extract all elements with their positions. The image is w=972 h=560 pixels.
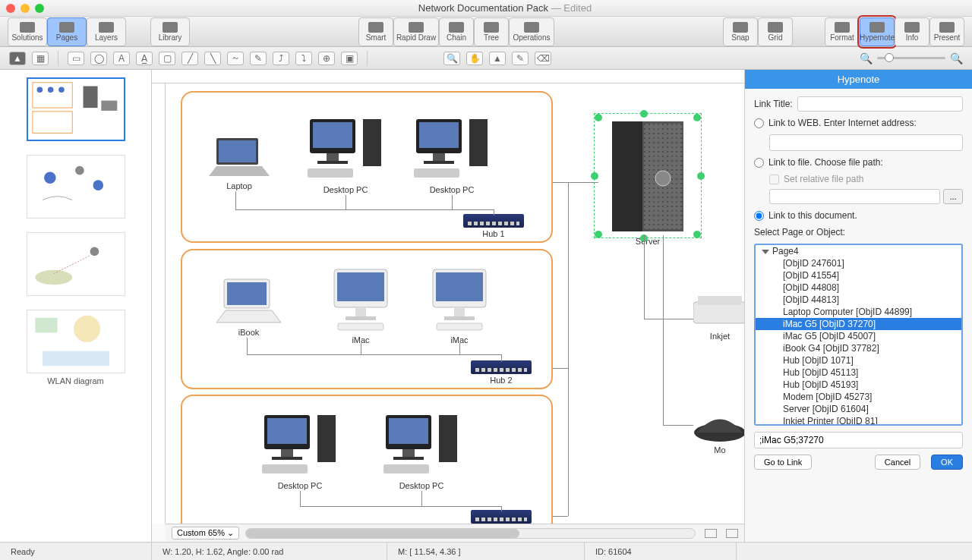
tree-node[interactable]: Inkjet Printer [ObjID 81] <box>756 415 961 426</box>
connector-tool[interactable]: ⤴ <box>273 52 289 65</box>
device-laptop[interactable]: Laptop <box>205 134 273 190</box>
cancel-button[interactable]: Cancel <box>875 455 920 470</box>
selection-handle[interactable] <box>591 172 598 180</box>
pen-tool[interactable]: ✎ <box>250 52 267 65</box>
object-tree[interactable]: Page4 [ObjID 247601][ObjID 41554][ObjID … <box>754 244 963 426</box>
marquee-tool[interactable]: ▦ <box>32 52 49 65</box>
link-web-radio[interactable] <box>754 118 764 128</box>
zoom-select[interactable]: Custom 65% ⌄ <box>172 527 239 540</box>
object-path-input[interactable] <box>754 432 963 448</box>
link-file-row[interactable]: Link to file. Choose file path: <box>754 157 963 168</box>
go-to-link-button[interactable]: Go to Link <box>754 455 812 470</box>
thumbnail-2[interactable] <box>27 155 125 219</box>
device-hub-3[interactable]: Hub 3 <box>471 510 532 524</box>
cluster-3[interactable]: Desktop PC Desktop PC Hub 3 <box>181 395 553 524</box>
thumbnail-1[interactable] <box>27 77 125 141</box>
eraser-tool[interactable]: ⌫ <box>535 52 551 65</box>
device-hub-2[interactable]: Hub 2 <box>471 360 532 385</box>
tree-node[interactable]: [ObjID 247601] <box>756 257 961 269</box>
crop-tool[interactable]: ▣ <box>341 52 358 65</box>
device-desktop-4[interactable]: Desktop PC <box>380 411 463 490</box>
selection-handle[interactable] <box>595 231 602 238</box>
pages-button[interactable]: Pages <box>47 17 87 46</box>
file-path-input[interactable] <box>769 189 940 204</box>
device-modem[interactable]: Mo <box>693 402 744 455</box>
layers-button[interactable]: Layers <box>87 17 126 46</box>
tree-node[interactable]: Hub [ObjID 45113] <box>756 367 961 379</box>
solutions-button[interactable]: Solutions <box>8 17 47 46</box>
zoom-in-icon[interactable]: 🔍 <box>950 52 963 64</box>
selection-handle[interactable] <box>640 110 648 118</box>
select-tool[interactable]: ▲ <box>9 52 26 65</box>
text-tool[interactable]: A <box>113 52 130 65</box>
rect-tool[interactable]: ▭ <box>68 52 84 65</box>
stamp-tool[interactable]: ▲ <box>489 52 506 65</box>
link-file-radio[interactable] <box>754 158 764 168</box>
browse-button[interactable]: ... <box>943 189 963 204</box>
curve-tool[interactable]: ～ <box>227 52 244 65</box>
grid-button[interactable]: Grid <box>758 17 793 46</box>
selection-handle[interactable] <box>693 114 701 121</box>
tree-node[interactable]: iMac G5 [ObjID 37270] <box>756 318 961 330</box>
zoom-thumb[interactable] <box>885 53 894 62</box>
h-scroll-track[interactable] <box>245 528 696 539</box>
web-address-input[interactable] <box>769 134 963 151</box>
ok-button[interactable]: OK <box>931 455 963 470</box>
tree-node[interactable]: Hub [ObjID 1071] <box>756 354 961 367</box>
text-block-tool[interactable]: A̲ <box>136 52 153 65</box>
info-button[interactable]: Info <box>895 17 929 46</box>
cluster-2[interactable]: iBook iMac iMac Hub 2 <box>181 249 553 389</box>
minimize-icon[interactable] <box>21 4 30 13</box>
tree-button[interactable]: Tree <box>474 17 509 46</box>
selection-handle[interactable] <box>697 172 705 180</box>
h-scroll-thumb[interactable] <box>246 529 519 538</box>
hypernote-button[interactable]: Hypernote <box>860 17 895 46</box>
device-desktop-2[interactable]: Desktop PC <box>410 115 494 194</box>
chain-button[interactable]: Chain <box>439 17 474 46</box>
zoom-track[interactable] <box>877 57 945 59</box>
link-doc-radio[interactable] <box>754 211 764 221</box>
zoom-out-icon[interactable]: 🔍 <box>860 52 873 64</box>
eyedropper-tool[interactable]: ✎ <box>512 52 529 65</box>
tree-node[interactable]: [ObjID 41554] <box>756 269 961 282</box>
link-web-row[interactable]: Link to WEB. Enter Internet address: <box>754 118 963 128</box>
zoom-icon[interactable] <box>35 4 44 13</box>
present-button[interactable]: Present <box>929 17 964 46</box>
callout-tool[interactable]: ▢ <box>159 52 175 65</box>
device-desktop-3[interactable]: Desktop PC <box>258 411 342 490</box>
zoom-tool[interactable]: 🔍 <box>443 52 460 65</box>
link-doc-row[interactable]: Link to this document. <box>754 210 963 221</box>
ellipse-tool[interactable]: ◯ <box>90 52 107 65</box>
device-desktop-1[interactable]: Desktop PC <box>304 115 387 194</box>
tree-node[interactable]: [ObjID 44813] <box>756 294 961 306</box>
tree-node[interactable]: Server [ObjID 61604] <box>756 403 961 415</box>
selection-handle[interactable] <box>595 114 602 121</box>
zoom-slider[interactable]: 🔍 🔍 <box>860 52 963 64</box>
page-setup-icon[interactable] <box>705 529 717 538</box>
device-hub-1[interactable]: Hub 1 <box>463 214 524 238</box>
thumbnail-4[interactable] <box>27 310 125 373</box>
canvas[interactable]: Laptop Desktop PC Desktop PC Hub 1 <box>166 83 744 524</box>
arc-tool[interactable]: ╲ <box>204 52 221 65</box>
link-title-input[interactable] <box>797 96 963 112</box>
snap-button[interactable]: Snap <box>723 17 758 46</box>
relative-path-checkbox[interactable] <box>769 175 779 184</box>
tree-root[interactable]: Page4 <box>756 245 961 257</box>
close-icon[interactable] <box>6 4 15 13</box>
connector2-tool[interactable]: ⤵ <box>295 52 312 65</box>
device-ibook[interactable]: iBook <box>213 277 285 337</box>
rapid-draw-button[interactable]: Rapid Draw <box>393 17 439 46</box>
anchor-tool[interactable]: ⊕ <box>318 52 335 65</box>
tree-node[interactable]: iBook G4 [ObjID 37782] <box>756 342 961 354</box>
tree-node[interactable]: [ObjID 44808] <box>756 282 961 294</box>
hand-tool[interactable]: ✋ <box>466 52 483 65</box>
device-imac-1[interactable]: iMac <box>327 266 395 344</box>
line-tool[interactable]: ╱ <box>181 52 198 65</box>
tree-node[interactable]: Modem [ObjID 45273] <box>756 391 961 403</box>
cluster-1[interactable]: Laptop Desktop PC Desktop PC Hub 1 <box>181 91 553 243</box>
format-button[interactable]: Format <box>825 17 860 46</box>
smart-button[interactable]: Smart <box>358 17 393 46</box>
tree-node[interactable]: Hub [ObjID 45193] <box>756 379 961 391</box>
disclosure-icon[interactable] <box>762 250 769 254</box>
library-button[interactable]: Library <box>150 17 190 46</box>
